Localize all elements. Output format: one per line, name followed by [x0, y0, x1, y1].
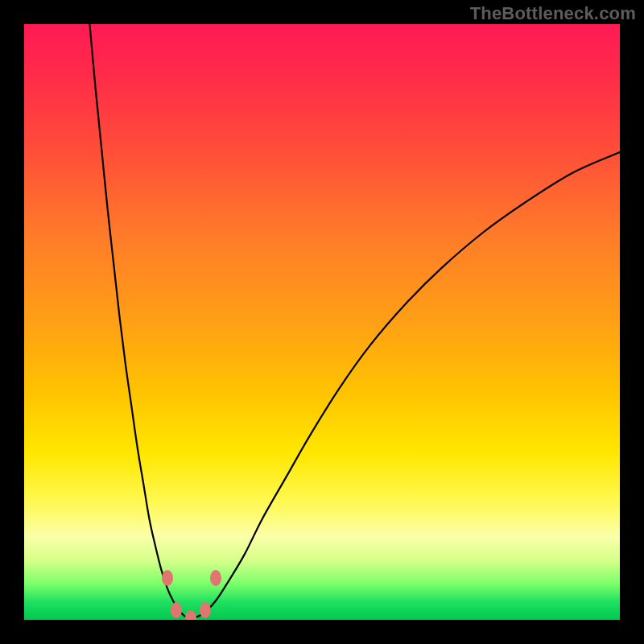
curve-layer: [24, 24, 620, 620]
curve-marker: [162, 570, 173, 586]
curve-marker: [210, 570, 221, 586]
plot-area: [24, 24, 620, 620]
curve-marker: [171, 602, 182, 618]
curve-marker: [200, 602, 211, 618]
chart-container: TheBottleneck.com: [0, 0, 644, 644]
curve-left-branch: [89, 24, 191, 619]
curve-right-branch: [191, 152, 620, 619]
watermark-text: TheBottleneck.com: [470, 3, 636, 24]
